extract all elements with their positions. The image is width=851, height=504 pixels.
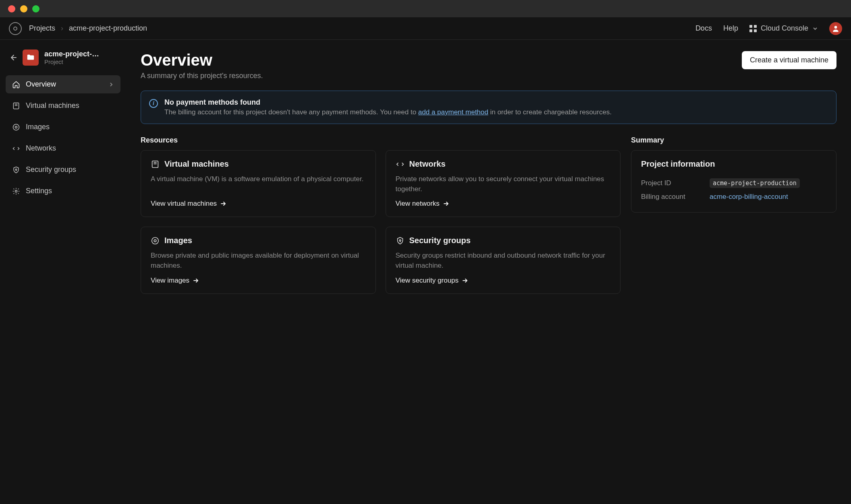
alert-body-suffix: in order to create chargeable resources.: [488, 108, 612, 116]
disc-icon: [12, 123, 20, 131]
card-virtual-machines: Virtual machines A virtual machine (VM) …: [141, 150, 376, 217]
project-id-label: Project ID: [641, 179, 710, 187]
payment-alert: i No payment methods found The billing a…: [141, 91, 836, 124]
alert-body-prefix: The billing account for this project doe…: [164, 108, 418, 116]
svg-point-12: [154, 240, 156, 242]
sidebar-item-label: Security groups: [26, 165, 76, 174]
card-title: Networks: [409, 159, 446, 169]
svg-point-4: [834, 26, 837, 29]
server-icon: [151, 160, 160, 169]
sidebar-item-label: Virtual machines: [26, 101, 79, 110]
page-subtitle: A summary of this project's resources.: [141, 72, 263, 80]
chevron-right-icon: ›: [61, 24, 63, 33]
view-images-link[interactable]: View images: [151, 277, 366, 285]
create-vm-button[interactable]: Create a virtual machine: [742, 51, 836, 69]
shield-icon: [12, 166, 20, 174]
card-title: Security groups: [409, 236, 471, 245]
card-security-groups: Security groups Security groups restrict…: [386, 227, 621, 293]
server-icon: [12, 102, 20, 110]
svg-rect-1: [754, 25, 757, 28]
card-title: Virtual machines: [164, 159, 229, 169]
sidebar-item-overview[interactable]: Overview: [6, 75, 120, 93]
billing-account-link[interactable]: acme-corp-billing-account: [710, 193, 788, 201]
breadcrumb-root[interactable]: Projects: [29, 24, 55, 33]
svg-rect-10: [152, 161, 158, 167]
card-body: Browse private and public images availab…: [151, 251, 366, 271]
user-icon: [832, 25, 840, 33]
svg-point-11: [152, 238, 159, 244]
sidebar: acme-project-… Project Overview Virtual …: [0, 40, 126, 504]
svg-point-7: [15, 126, 17, 128]
svg-rect-3: [754, 29, 757, 32]
sidebar-item-label: Overview: [26, 80, 56, 89]
project-header: acme-project-… Project: [6, 47, 120, 72]
billing-account-label: Billing account: [641, 193, 710, 201]
arrow-right-icon: [443, 200, 449, 207]
topbar: Projects › acme-project-production Docs …: [0, 17, 851, 40]
sidebar-item-settings[interactable]: Settings: [6, 182, 120, 200]
project-info-card: Project information Project ID acme-proj…: [631, 150, 836, 213]
view-virtual-machines-link[interactable]: View virtual machines: [151, 200, 366, 208]
svg-rect-5: [13, 103, 19, 109]
sidebar-item-label: Images: [26, 123, 50, 131]
console-switcher[interactable]: Cloud Console: [749, 24, 818, 33]
docs-link[interactable]: Docs: [695, 24, 712, 33]
product-logo-icon[interactable]: [9, 22, 22, 35]
alert-body: The billing account for this project doe…: [164, 108, 612, 116]
sidebar-item-networks[interactable]: Networks: [6, 139, 120, 157]
project-id-value: acme-project-production: [710, 178, 800, 188]
content-area: Overview A summary of this project's res…: [126, 40, 851, 504]
network-icon: [12, 145, 20, 153]
sidebar-item-images[interactable]: Images: [6, 118, 120, 136]
arrow-right-icon: [220, 200, 226, 207]
svg-point-6: [13, 124, 19, 130]
network-icon: [396, 160, 405, 169]
avatar[interactable]: [829, 22, 842, 35]
project-type: Project: [44, 58, 99, 65]
breadcrumb-current[interactable]: acme-project-production: [69, 24, 147, 33]
view-security-groups-link[interactable]: View security groups: [396, 277, 611, 285]
window-chrome: [0, 0, 851, 17]
breadcrumb: Projects › acme-project-production: [29, 24, 147, 33]
svg-point-13: [399, 240, 401, 241]
card-title: Images: [164, 236, 192, 245]
sidebar-item-security-groups[interactable]: Security groups: [6, 161, 120, 179]
back-arrow-icon[interactable]: [9, 54, 17, 62]
card-link-label: View virtual machines: [151, 200, 217, 208]
chevron-down-icon: [812, 26, 818, 31]
arrow-right-icon: [193, 277, 199, 284]
shield-icon: [396, 236, 405, 245]
window-minimize-button[interactable]: [20, 5, 27, 12]
chevron-right-icon: [108, 82, 114, 87]
page-title: Overview: [141, 51, 263, 69]
window-close-button[interactable]: [8, 5, 15, 12]
card-body: A virtual machine (VM) is a software emu…: [151, 174, 366, 184]
card-body: Security groups restrict inbound and out…: [396, 251, 611, 271]
add-payment-method-link[interactable]: add a payment method: [418, 108, 488, 116]
card-link-label: View images: [151, 277, 189, 285]
arrow-right-icon: [462, 277, 468, 284]
project-folder-icon: [23, 50, 39, 66]
card-link-label: View networks: [396, 200, 440, 208]
svg-rect-0: [749, 25, 752, 28]
window-zoom-button[interactable]: [32, 5, 39, 12]
project-name: acme-project-…: [44, 50, 99, 58]
sidebar-item-virtual-machines[interactable]: Virtual machines: [6, 97, 120, 115]
view-networks-link[interactable]: View networks: [396, 200, 611, 208]
project-info-title: Project information: [641, 159, 826, 169]
console-switcher-label: Cloud Console: [761, 24, 808, 33]
svg-point-9: [15, 190, 17, 192]
card-networks: Networks Private networks allow you to s…: [386, 150, 621, 217]
gear-icon: [12, 187, 20, 195]
sidebar-item-label: Settings: [26, 187, 52, 195]
home-icon: [12, 81, 20, 89]
disc-icon: [151, 236, 160, 245]
card-body: Private networks allow you to securely c…: [396, 174, 611, 194]
card-images: Images Browse private and public images …: [141, 227, 376, 293]
help-link[interactable]: Help: [723, 24, 738, 33]
summary-heading: Summary: [631, 136, 836, 145]
resources-heading: Resources: [141, 136, 621, 145]
svg-rect-2: [749, 29, 752, 32]
grid-icon: [749, 25, 757, 32]
card-link-label: View security groups: [396, 277, 459, 285]
